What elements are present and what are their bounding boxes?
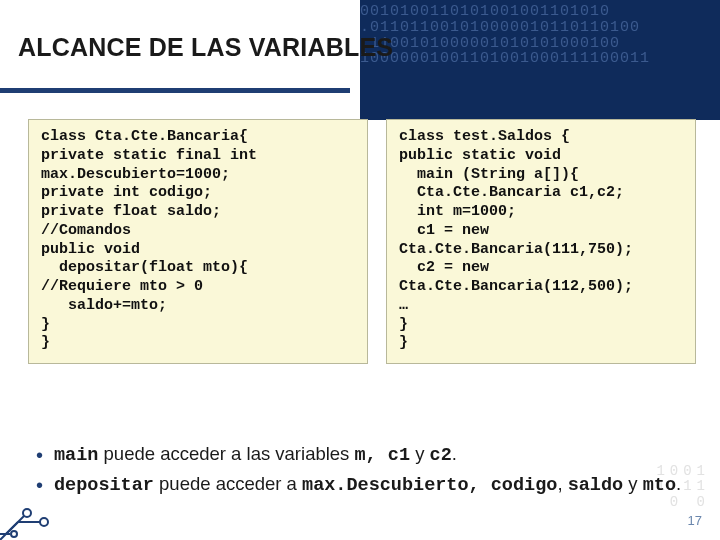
page-number: 17 [688,513,702,528]
svg-point-1 [23,509,31,517]
code-token: saldo [568,475,624,496]
text: . [676,473,681,494]
text: y [410,443,430,464]
svg-point-6 [11,531,17,537]
code-token: max.Descubierto, codigo [302,475,557,496]
text: . [452,443,457,464]
code-token: m, c1 [355,445,411,466]
text: y [623,473,643,494]
text: , [557,473,567,494]
slide-header: ALCANCE DE LAS VARIABLES [0,0,720,95]
code-block-class-definition: class Cta.Cte.Bancaria{ private static f… [28,119,368,364]
slide-title: ALCANCE DE LAS VARIABLES [18,33,393,62]
code-token: depositar [54,475,154,496]
text: puede acceder a [154,473,302,494]
svg-point-4 [40,518,48,526]
code-token: main [54,445,98,466]
circuit-decoration-icon [0,478,62,540]
code-token: mto [643,475,676,496]
bullet-1: main puede acceder a las variables m, c1… [36,442,696,468]
code-columns: class Cta.Cte.Bancaria{ private static f… [0,95,720,364]
code-token: c2 [430,445,452,466]
explanation-bullets: main puede acceder a las variables m, c1… [36,442,696,502]
bullet-2: depositar puede acceder a max.Descubiert… [36,472,696,498]
text: puede acceder a las variables [98,443,354,464]
code-block-test-main: class test.Saldos { public static void m… [386,119,696,364]
title-underline [0,88,350,93]
